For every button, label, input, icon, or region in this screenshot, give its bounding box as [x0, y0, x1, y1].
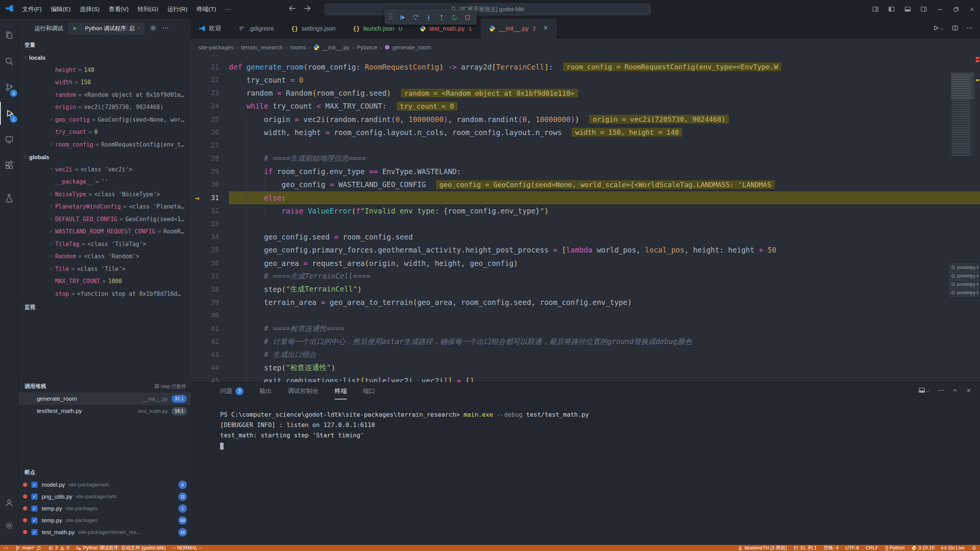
panel-tab-输出[interactable]: 输出 [260, 383, 272, 399]
variable-row[interactable]: __package__='' [18, 176, 191, 188]
menu-item[interactable]: 查看(V) [104, 0, 133, 18]
drag-grip-icon[interactable] [389, 13, 394, 21]
continue-button[interactable] [396, 11, 409, 23]
variable-row[interactable]: geo_config=GeoConfig(seed=None, wor… [18, 114, 191, 126]
code-line-39[interactable]: →39 terrain_area = geo_area_to_terrain(g… [191, 296, 980, 309]
variable-row[interactable]: vec2i=<class 'vec2i'> [18, 163, 191, 176]
statusbar-eol[interactable]: CRLF [862, 545, 882, 551]
menu-item[interactable]: 选择(S) [75, 0, 104, 18]
notification-toast[interactable]: pocketpy te… [949, 264, 979, 271]
activitybar-manage[interactable] [0, 514, 18, 537]
breakpoints-section-header[interactable]: 断点 [18, 466, 191, 479]
tab-欢迎[interactable]: 欢迎 [191, 18, 230, 39]
tab-.gdignore[interactable]: .gdignore [230, 18, 283, 39]
minimap[interactable] [951, 72, 974, 156]
variable-row[interactable]: width=150 [18, 76, 191, 89]
breakpoint-row[interactable]: ✓png_utils.pysite-packages\wfc11 [18, 491, 191, 502]
breakpoint-row[interactable]: ✓test_math.pysite-packages\terrain_res…1… [18, 526, 191, 538]
breakpoint-checkbox[interactable]: ✓ [31, 494, 38, 500]
breakpoint-checkbox[interactable]: ✓ [31, 482, 38, 488]
variable-row[interactable]: stop=<function stop at 0x1bf8d716d… [18, 288, 191, 300]
run-python-file-icon[interactable] [933, 24, 944, 33]
menu-item[interactable]: 运行(R) [163, 0, 192, 18]
customize-layout-icon[interactable] [867, 0, 884, 18]
code-line-40[interactable]: →40 [191, 309, 980, 322]
breakpoint-checkbox[interactable]: ✓ [31, 505, 38, 512]
breadcrumb-item[interactable]: rooms [290, 44, 306, 51]
statusbar-go-live[interactable]: Go Live [938, 545, 968, 551]
activitybar-testing[interactable] [0, 187, 18, 210]
variable-row[interactable]: NoiseType=<class 'NoiseType'> [18, 188, 191, 201]
activitybar-explorer[interactable] [0, 24, 18, 47]
code-line-34[interactable]: →34 geo_config.seed = room_config.seed [191, 230, 980, 243]
statusbar-debug-status[interactable]: Python 调试程序: 启动文件 (godot-ldtk) [73, 545, 169, 551]
activitybar-accounts[interactable] [0, 491, 18, 514]
code-line-23[interactable]: →23 random = Random(room_config.seed)ran… [191, 86, 980, 99]
toggle-secondary-sidebar-icon[interactable] [916, 0, 932, 18]
code-viewport[interactable]: →20→21def generate_room(room_config: Roo… [191, 55, 980, 382]
breakpoint-checkbox[interactable]: ✓ [31, 529, 38, 535]
code-line-38[interactable]: →38 step("生成TerrainCell") [191, 283, 980, 296]
more-actions-icon[interactable] [162, 24, 169, 33]
variable-row[interactable]: room_config=RoomRequestConfig(env_t… [18, 139, 191, 151]
close-tab-icon[interactable] [543, 25, 549, 32]
breadcrumb[interactable]: site-packages›terrain_research›rooms›__i… [191, 39, 980, 55]
watch-section-header[interactable]: 监视 [18, 301, 191, 313]
panel-tab-端口[interactable]: 端口 [363, 383, 375, 399]
variable-row[interactable]: PlanetaryWindConfig=<class 'Planeta… [18, 201, 191, 213]
menu-item[interactable]: 文件(F) [18, 0, 46, 18]
gear-icon[interactable] [150, 24, 157, 33]
tab-__init__.py[interactable]: __init__.py2 [480, 18, 557, 39]
activitybar-search[interactable] [0, 50, 18, 73]
statusbar-gitlens-author[interactable]: blueloveTH (3 周前) [734, 545, 790, 551]
menu-item[interactable]: ··· [221, 0, 236, 18]
restart-button[interactable] [448, 11, 461, 23]
statusbar-cursor-position[interactable]: 行 31, 列 1 [791, 545, 820, 551]
maximize-panel-icon[interactable] [952, 387, 958, 395]
stack-frame[interactable]: generate_room__init__.py31:1 [18, 393, 191, 405]
panel-tab-终端[interactable]: 终端 [335, 383, 347, 399]
nav-back-icon[interactable] [288, 4, 296, 14]
variable-row[interactable]: DEFAULT_GEO_CONFIG=GeoConfig(seed=1… [18, 213, 191, 226]
statusbar-python-version[interactable]: 3.10.10 [908, 545, 938, 551]
breakpoint-row[interactable]: ✓temp.pysite-packages58 [18, 514, 191, 526]
code-line-45[interactable]: →45 exit_combinations:list[tuple[vec2i, … [191, 374, 980, 382]
activitybar-remote-explorer[interactable] [0, 128, 18, 151]
step-out-button[interactable] [435, 11, 448, 23]
notification-toast[interactable]: pocketpy te… [949, 289, 979, 297]
step-into-button[interactable] [422, 11, 435, 23]
variable-row[interactable]: random=<Random object at 0x1bf9d01e… [18, 89, 191, 101]
tab-settings.json[interactable]: {}settings.json [283, 18, 345, 39]
stack-frame[interactable]: test/test_math.pytest_math.py16:1 [18, 405, 191, 417]
close-window-icon[interactable] [964, 0, 980, 18]
variable-row[interactable]: WASTELAND_ROOM_REQUEST_CONFIG=RoomR… [18, 225, 191, 238]
call-stack-section-header[interactable]: 调用堆栈 因 step 已暂停 [18, 380, 191, 393]
code-line-22[interactable]: →22 try_count = 0 [191, 73, 980, 86]
step-over-button[interactable] [409, 11, 422, 23]
statusbar-notifications-bell[interactable] [968, 545, 980, 551]
minimize-icon[interactable] [932, 0, 948, 18]
code-line-35[interactable]: →35 geo_config.primary_forces.geothermal… [191, 243, 980, 256]
menu-item[interactable]: 转到(G) [133, 0, 163, 18]
activitybar-source-control[interactable]: 3 [0, 76, 18, 99]
menu-item[interactable]: 编辑(E) [46, 0, 75, 18]
code-line-42[interactable]: →42 # 计算每一个出口的中心，然后使用astar生成路径，确保每一个出口组合… [191, 335, 980, 348]
code-line-44[interactable]: →44 step("检查连通性") [191, 361, 980, 374]
statusbar-remote-indicator[interactable] [0, 545, 12, 551]
code-line-27[interactable]: →27 [191, 139, 980, 152]
variable-row[interactable]: try_count=0 [18, 126, 191, 139]
breadcrumb-item[interactable]: generate_room [384, 44, 431, 51]
variable-row[interactable]: height=140 [18, 64, 191, 77]
code-line-30[interactable]: →30 geo_config = WASTELAND_GEO_CONFIGgeo… [191, 178, 980, 191]
variable-row[interactable]: Tile=<class 'Tile'> [18, 263, 191, 276]
toggle-panel-icon[interactable] [900, 0, 916, 18]
code-line-41[interactable]: →41 # ====检查连通性==== [191, 322, 980, 335]
code-line-31[interactable]: →31 else: [191, 191, 980, 204]
variable-group[interactable]: locals [18, 51, 191, 64]
split-editor-icon[interactable] [952, 24, 959, 33]
breakpoint-row[interactable]: ✓model.pysite-packages\wfc6 [18, 479, 191, 491]
stop-button[interactable] [461, 11, 474, 23]
code-line-37[interactable]: →37 # ====生成TerrainCell==== [191, 270, 980, 283]
variable-row[interactable]: MAX_TRY_COUNT=1000 [18, 275, 191, 288]
statusbar-indentation[interactable]: 空格: 4 [820, 545, 842, 551]
